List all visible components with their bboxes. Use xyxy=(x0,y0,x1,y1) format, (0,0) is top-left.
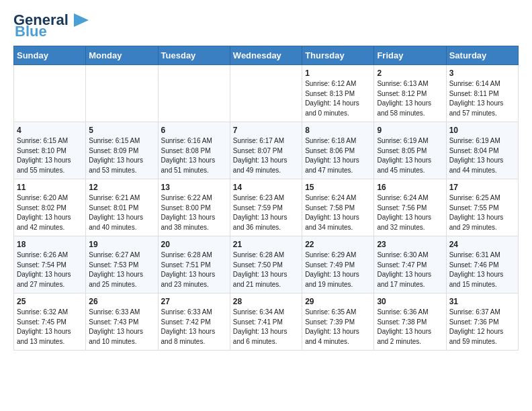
calendar-week-3: 11Sunrise: 6:20 AM Sunset: 8:02 PM Dayli… xyxy=(14,179,519,236)
day-info: Sunrise: 6:15 AM Sunset: 8:10 PM Dayligh… xyxy=(17,136,83,175)
day-info: Sunrise: 6:19 AM Sunset: 8:04 PM Dayligh… xyxy=(449,136,515,175)
day-number: 4 xyxy=(17,126,83,135)
calendar-cell: 15Sunrise: 6:24 AM Sunset: 7:58 PM Dayli… xyxy=(302,179,374,236)
calendar-week-4: 18Sunrise: 6:26 AM Sunset: 7:54 PM Dayli… xyxy=(14,236,519,293)
calendar-cell: 14Sunrise: 6:23 AM Sunset: 7:59 PM Dayli… xyxy=(230,179,302,236)
day-number: 13 xyxy=(161,183,227,192)
calendar-cell: 24Sunrise: 6:31 AM Sunset: 7:46 PM Dayli… xyxy=(446,236,518,293)
day-number: 19 xyxy=(89,240,154,249)
day-number: 1 xyxy=(305,68,371,78)
day-info: Sunrise: 6:14 AM Sunset: 8:11 PM Dayligh… xyxy=(449,79,515,118)
day-info: Sunrise: 6:26 AM Sunset: 7:54 PM Dayligh… xyxy=(17,250,83,289)
day-number: 9 xyxy=(377,126,443,135)
calendar-cell: 28Sunrise: 6:34 AM Sunset: 7:41 PM Dayli… xyxy=(230,293,302,351)
calendar-cell: 17Sunrise: 6:25 AM Sunset: 7:55 PM Dayli… xyxy=(446,179,518,236)
logo-icon xyxy=(70,11,91,30)
day-number: 29 xyxy=(305,297,371,306)
calendar-cell: 9Sunrise: 6:19 AM Sunset: 8:05 PM Daylig… xyxy=(374,122,446,179)
calendar-cell: 1Sunrise: 6:12 AM Sunset: 8:13 PM Daylig… xyxy=(302,65,374,122)
day-number: 6 xyxy=(161,126,227,135)
day-number: 7 xyxy=(233,126,299,135)
calendar-cell: 20Sunrise: 6:28 AM Sunset: 7:51 PM Dayli… xyxy=(158,236,230,293)
calendar-table: SundayMondayTuesdayWednesdayThursdayFrid… xyxy=(13,46,519,351)
day-info: Sunrise: 6:23 AM Sunset: 7:59 PM Dayligh… xyxy=(233,193,299,232)
day-number: 28 xyxy=(233,297,299,306)
calendar-cell: 10Sunrise: 6:19 AM Sunset: 8:04 PM Dayli… xyxy=(446,122,518,179)
day-info: Sunrise: 6:24 AM Sunset: 7:56 PM Dayligh… xyxy=(377,193,443,232)
logo: General Blue xyxy=(13,11,91,39)
day-number: 21 xyxy=(233,240,299,249)
day-info: Sunrise: 6:32 AM Sunset: 7:45 PM Dayligh… xyxy=(17,308,83,347)
calendar-cell: 2Sunrise: 6:13 AM Sunset: 8:12 PM Daylig… xyxy=(374,65,446,122)
day-number: 15 xyxy=(305,183,371,192)
day-info: Sunrise: 6:13 AM Sunset: 8:12 PM Dayligh… xyxy=(377,79,443,118)
day-header-friday: Friday xyxy=(374,46,446,65)
calendar-cell: 23Sunrise: 6:30 AM Sunset: 7:47 PM Dayli… xyxy=(374,236,446,293)
day-number: 14 xyxy=(233,183,299,192)
calendar-cell: 8Sunrise: 6:18 AM Sunset: 8:06 PM Daylig… xyxy=(302,122,374,179)
day-number: 10 xyxy=(449,126,515,135)
calendar-cell: 31Sunrise: 6:37 AM Sunset: 7:36 PM Dayli… xyxy=(446,293,518,351)
day-number: 24 xyxy=(449,240,515,249)
calendar-week-1: 1Sunrise: 6:12 AM Sunset: 8:13 PM Daylig… xyxy=(14,65,519,122)
day-info: Sunrise: 6:37 AM Sunset: 7:36 PM Dayligh… xyxy=(449,308,515,347)
day-number: 30 xyxy=(377,297,443,306)
day-number: 17 xyxy=(449,183,515,192)
day-number: 8 xyxy=(305,126,371,135)
day-number: 25 xyxy=(17,297,83,306)
day-info: Sunrise: 6:31 AM Sunset: 7:46 PM Dayligh… xyxy=(449,250,515,289)
day-info: Sunrise: 6:25 AM Sunset: 7:55 PM Dayligh… xyxy=(449,193,515,232)
day-info: Sunrise: 6:15 AM Sunset: 8:09 PM Dayligh… xyxy=(89,136,154,175)
calendar-cell: 19Sunrise: 6:27 AM Sunset: 7:53 PM Dayli… xyxy=(86,236,158,293)
day-header-thursday: Thursday xyxy=(302,46,374,65)
calendar-cell xyxy=(14,65,86,122)
calendar-cell: 27Sunrise: 6:33 AM Sunset: 7:42 PM Dayli… xyxy=(158,293,230,351)
day-info: Sunrise: 6:20 AM Sunset: 8:02 PM Dayligh… xyxy=(17,193,83,232)
day-number: 22 xyxy=(305,240,371,249)
day-number: 12 xyxy=(89,183,154,192)
calendar-cell: 5Sunrise: 6:15 AM Sunset: 8:09 PM Daylig… xyxy=(86,122,158,179)
calendar-week-2: 4Sunrise: 6:15 AM Sunset: 8:10 PM Daylig… xyxy=(14,122,519,179)
calendar-cell: 13Sunrise: 6:22 AM Sunset: 8:00 PM Dayli… xyxy=(158,179,230,236)
calendar-cell: 29Sunrise: 6:35 AM Sunset: 7:39 PM Dayli… xyxy=(302,293,374,351)
calendar-cell xyxy=(86,65,158,122)
logo-blue-text: Blue xyxy=(15,23,47,40)
calendar-cell: 18Sunrise: 6:26 AM Sunset: 7:54 PM Dayli… xyxy=(14,236,86,293)
day-info: Sunrise: 6:33 AM Sunset: 7:43 PM Dayligh… xyxy=(89,308,154,347)
day-number: 27 xyxy=(161,297,227,306)
day-info: Sunrise: 6:35 AM Sunset: 7:39 PM Dayligh… xyxy=(305,308,371,347)
day-info: Sunrise: 6:28 AM Sunset: 7:51 PM Dayligh… xyxy=(161,250,227,289)
day-header-monday: Monday xyxy=(86,46,158,65)
day-info: Sunrise: 6:18 AM Sunset: 8:06 PM Dayligh… xyxy=(305,136,371,175)
day-number: 20 xyxy=(161,240,227,249)
calendar-cell: 25Sunrise: 6:32 AM Sunset: 7:45 PM Dayli… xyxy=(14,293,86,351)
day-info: Sunrise: 6:21 AM Sunset: 8:01 PM Dayligh… xyxy=(89,193,154,232)
calendar-cell xyxy=(158,65,230,122)
day-number: 31 xyxy=(449,297,515,306)
day-info: Sunrise: 6:29 AM Sunset: 7:49 PM Dayligh… xyxy=(305,250,371,289)
day-info: Sunrise: 6:30 AM Sunset: 7:47 PM Dayligh… xyxy=(377,250,443,289)
day-number: 16 xyxy=(377,183,443,192)
day-header-tuesday: Tuesday xyxy=(158,46,230,65)
calendar-cell: 4Sunrise: 6:15 AM Sunset: 8:10 PM Daylig… xyxy=(14,122,86,179)
day-info: Sunrise: 6:28 AM Sunset: 7:50 PM Dayligh… xyxy=(233,250,299,289)
day-number: 23 xyxy=(377,240,443,249)
day-header-wednesday: Wednesday xyxy=(230,46,302,65)
day-info: Sunrise: 6:16 AM Sunset: 8:08 PM Dayligh… xyxy=(161,136,227,175)
day-number: 2 xyxy=(377,68,443,78)
day-info: Sunrise: 6:22 AM Sunset: 8:00 PM Dayligh… xyxy=(161,193,227,232)
day-info: Sunrise: 6:19 AM Sunset: 8:05 PM Dayligh… xyxy=(377,136,443,175)
day-info: Sunrise: 6:36 AM Sunset: 7:38 PM Dayligh… xyxy=(377,308,443,347)
day-number: 26 xyxy=(89,297,154,306)
calendar-cell: 21Sunrise: 6:28 AM Sunset: 7:50 PM Dayli… xyxy=(230,236,302,293)
day-number: 18 xyxy=(17,240,83,249)
calendar-cell: 3Sunrise: 6:14 AM Sunset: 8:11 PM Daylig… xyxy=(446,65,518,122)
day-info: Sunrise: 6:34 AM Sunset: 7:41 PM Dayligh… xyxy=(233,308,299,347)
day-number: 11 xyxy=(17,183,83,192)
calendar-cell: 11Sunrise: 6:20 AM Sunset: 8:02 PM Dayli… xyxy=(14,179,86,236)
day-info: Sunrise: 6:27 AM Sunset: 7:53 PM Dayligh… xyxy=(89,250,154,289)
day-header-sunday: Sunday xyxy=(14,46,86,65)
day-info: Sunrise: 6:33 AM Sunset: 7:42 PM Dayligh… xyxy=(161,308,227,347)
day-info: Sunrise: 6:24 AM Sunset: 7:58 PM Dayligh… xyxy=(305,193,371,232)
calendar-week-5: 25Sunrise: 6:32 AM Sunset: 7:45 PM Dayli… xyxy=(14,293,519,351)
